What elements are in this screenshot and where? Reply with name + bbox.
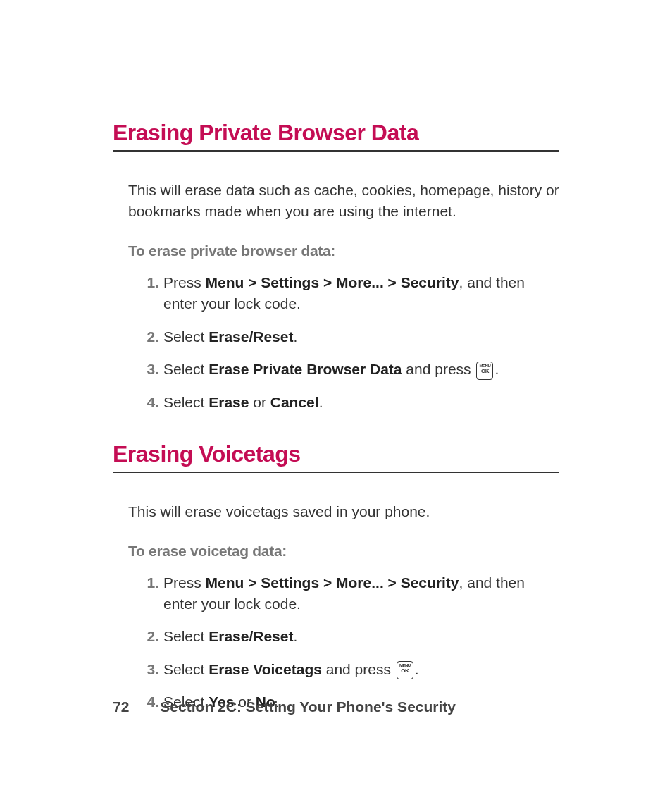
heading-rule <box>113 472 559 473</box>
page-footer: 72Section 2C: Setting Your Phone's Secur… <box>113 698 456 715</box>
steps-list-2: Press Menu > Settings > More... > Securi… <box>128 572 559 713</box>
step-bold: Erase Voicetags <box>209 661 322 677</box>
intro-paragraph-2: This will erase voicetags saved in your … <box>128 501 559 522</box>
step-item: Select Erase/Reset. <box>163 326 559 347</box>
steps-list-1: Press Menu > Settings > More... > Securi… <box>128 272 559 413</box>
step-item: Select Erase/Reset. <box>163 626 559 647</box>
step-text: Select <box>163 361 209 377</box>
step-item: Select Erase Voicetags and press MENUOK. <box>163 659 559 680</box>
step-text: . <box>494 361 499 377</box>
step-text: Select <box>163 661 209 677</box>
step-text: and press <box>402 361 475 377</box>
step-bold: Erase/Reset <box>209 328 293 345</box>
section-label: Section 2C: Setting Your Phone's Securit… <box>160 698 456 715</box>
step-text: Select <box>163 394 209 410</box>
intro-paragraph-1: This will erase data such as cache, cook… <box>128 180 559 223</box>
step-item: Press Menu > Settings > More... > Securi… <box>163 272 559 315</box>
step-item: Select Erase or Cancel. <box>163 392 559 413</box>
step-item: Press Menu > Settings > More... > Securi… <box>163 572 559 615</box>
heading-erase-browser-data: Erasing Private Browser Data <box>113 120 559 146</box>
menu-ok-key-icon: MENUOK <box>476 362 493 380</box>
step-bold: Erase <box>209 394 249 410</box>
step-bold: Menu > Settings > More... > Security <box>206 274 459 290</box>
subheading-2: To erase voicetag data: <box>128 543 559 560</box>
step-text: Press <box>163 274 206 290</box>
subheading-1: To erase private browser data: <box>128 242 559 259</box>
heading-rule <box>113 150 559 152</box>
step-bold: Menu > Settings > More... > Security <box>206 574 459 591</box>
step-text: and press <box>322 661 395 677</box>
step-bold: Erase Private Browser Data <box>209 361 402 377</box>
manual-page: Erasing Private Browser Data This will e… <box>0 0 672 807</box>
step-text: or <box>249 394 270 410</box>
step-text: . <box>319 394 323 410</box>
step-text: Select <box>163 328 209 345</box>
step-bold: Cancel <box>270 394 319 410</box>
key-bot-label: OK <box>477 369 492 374</box>
step-text: . <box>293 328 297 345</box>
step-item: Select Erase Private Browser Data and pr… <box>163 359 559 380</box>
heading-erase-voicetags: Erasing Voicetags <box>113 441 559 467</box>
step-bold: Erase/Reset <box>209 628 293 644</box>
step-text: . <box>415 661 419 677</box>
step-text: Press <box>163 574 206 591</box>
step-text: Select <box>163 628 209 644</box>
step-text: . <box>293 628 297 644</box>
menu-ok-key-icon: MENUOK <box>397 661 413 679</box>
key-top-label: MENU <box>477 364 492 368</box>
key-bot-label: OK <box>397 668 413 674</box>
page-number: 72 <box>113 698 129 715</box>
